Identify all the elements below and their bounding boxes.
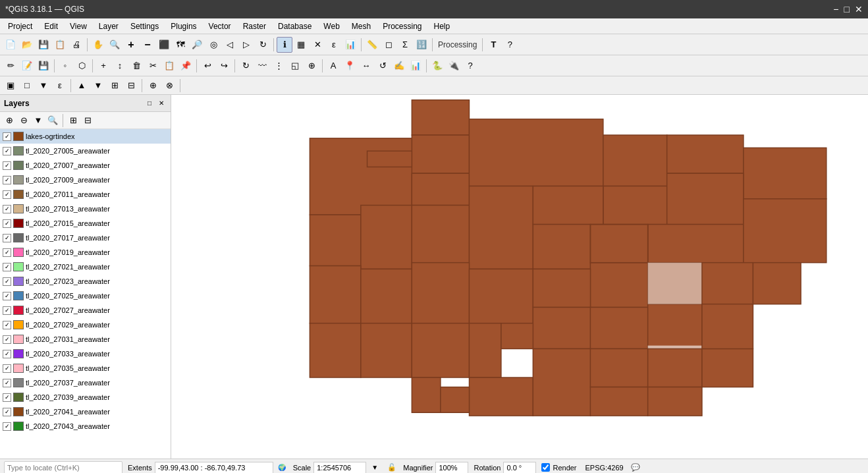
print-button[interactable]: 🖨 [68,37,84,53]
menu-item-database[interactable]: Database [273,20,317,32]
label-change-button[interactable]: ✍ [391,58,407,74]
zoom-layer-button[interactable]: 🔎 [189,37,205,53]
undo-button[interactable]: ↩ [200,58,215,74]
close-button[interactable]: ✕ [855,4,863,14]
layer-item[interactable]: ✓tl_2020_27043_areawater [0,419,171,433]
menu-item-processing[interactable]: Processing [377,20,427,32]
epsg-button[interactable]: EPSG:4269 [582,460,627,474]
layer-item[interactable]: ✓tl_2020_27011_areawater [0,187,171,202]
layer-checkbox[interactable]: ✓ [3,147,11,155]
measure-area-button[interactable]: ◻ [381,37,396,53]
snap-button[interactable]: ⊕ [145,78,161,94]
layers-collapse-button[interactable]: ⊟ [81,114,94,127]
map-view[interactable] [171,95,868,459]
statistical-summary-button[interactable]: Σ [397,37,413,53]
select-by-expression-button[interactable]: ε [326,37,342,53]
layers-filter-button[interactable]: ▼ [32,114,45,127]
layer-item[interactable]: ✓tl_2020_27039_areawater [0,390,171,404]
layers-restore-button[interactable]: □ [144,98,155,109]
select-all-button[interactable]: ▣ [3,78,18,94]
menu-item-help[interactable]: Help [429,20,456,32]
reshape-button[interactable]: ◱ [287,58,303,74]
refresh-button[interactable]: ↻ [255,37,271,53]
layer-item[interactable]: ✓tl_2020_27029_areawater [0,318,171,332]
open-attribute-table-button[interactable]: 📊 [342,37,358,53]
save-as-button[interactable]: 📋 [52,37,68,53]
new-project-button[interactable]: 📄 [3,37,18,53]
select-none-button[interactable]: □ [19,78,35,94]
select-expr-button[interactable]: ε [52,78,68,94]
pan-to-selection[interactable]: 🔍 [107,37,122,53]
move-feature-button[interactable]: ↕ [112,58,128,74]
copy-feature-button[interactable]: 📋 [161,58,177,74]
map-canvas[interactable] [171,95,868,459]
menu-item-raster[interactable]: Raster [238,20,271,32]
layer-checkbox[interactable]: ✓ [3,321,11,329]
menu-item-web[interactable]: Web [318,20,344,32]
menu-item-plugins[interactable]: Plugins [165,20,202,32]
measure-button[interactable]: 📏 [364,37,380,53]
menu-item-view[interactable]: View [65,20,92,32]
layer-item[interactable]: ✓tl_2020_27015_areawater [0,216,171,231]
move-down-button[interactable]: ▼ [90,78,106,94]
menu-item-edit[interactable]: Edit [39,20,63,32]
render-checkbox[interactable] [541,463,550,472]
menu-item-mesh[interactable]: Mesh [346,20,376,32]
scale-dropdown-button[interactable]: ▼ [369,462,381,474]
layer-item[interactable]: ✓lakes-ogrtindex [0,129,171,144]
layers-expand-button[interactable]: ⊞ [67,114,80,127]
layer-item[interactable]: ✓tl_2020_27031_areawater [0,332,171,347]
messages-button[interactable]: 💬 [630,462,641,474]
menu-item-settings[interactable]: Settings [125,20,164,32]
layer-item[interactable]: ✓tl_2020_27009_areawater [0,173,171,187]
layer-checkbox[interactable]: ✓ [3,161,11,170]
label-pin-button[interactable]: 📍 [342,58,358,74]
move-up-button[interactable]: ▲ [74,78,90,94]
layer-item[interactable]: ✓tl_2020_27021_areawater [0,260,171,274]
zoom-rubber-band-button[interactable]: ⬛ [156,37,172,53]
node-tool-button[interactable]: ◦ [57,58,73,74]
label-move-button[interactable]: ↔ [358,58,374,74]
zoom-full-button[interactable]: 🗺 [173,37,188,53]
minimize-button[interactable]: − [833,4,838,14]
edit-button[interactable]: 📝 [19,58,35,74]
zoom-out-button[interactable]: − [140,37,155,53]
magnifier-input[interactable] [435,462,468,474]
menu-item-layer[interactable]: Layer [94,20,124,32]
layer-checkbox[interactable]: ✓ [3,422,11,431]
layer-checkbox[interactable]: ✓ [3,292,11,300]
layer-item[interactable]: ✓tl_2020_27025_areawater [0,289,171,303]
layer-checkbox[interactable]: ✓ [3,306,11,315]
layer-item[interactable]: ✓tl_2020_27023_areawater [0,274,171,289]
layer-item[interactable]: ✓tl_2020_27019_areawater [0,245,171,260]
zoom-selection-button[interactable]: ◎ [205,37,221,53]
vertex-editor-button[interactable]: ⬡ [74,58,90,74]
layers-close-button[interactable]: ✕ [156,98,167,109]
menu-item-project[interactable]: Project [3,20,38,32]
lock-scale-button[interactable]: 🔓 [386,462,398,474]
labeling-button[interactable]: A [325,58,341,74]
layer-checkbox[interactable]: ✓ [3,263,11,271]
label-button[interactable]: T [485,37,501,53]
layer-item[interactable]: ✓tl_2020_27041_areawater [0,404,171,419]
redo-button[interactable]: ↪ [216,58,232,74]
layer-item[interactable]: ✓tl_2020_27037_areawater [0,376,171,390]
help-button[interactable]: ? [502,37,518,53]
plugins-button[interactable]: 🔌 [446,58,462,74]
label-diagram-button[interactable]: 📊 [408,58,423,74]
layer-item[interactable]: ✓tl_2020_27013_areawater [0,202,171,216]
rotation-input[interactable] [503,462,536,474]
merge-button[interactable]: ⊕ [304,58,319,74]
simplify-button[interactable]: 〰 [254,58,270,74]
layer-item[interactable]: ✓tl_2020_27027_areawater [0,303,171,318]
layer-checkbox[interactable]: ✓ [3,205,11,213]
extents-input[interactable] [155,462,273,474]
layer-checkbox[interactable]: ✓ [3,350,11,358]
delete-feature-button[interactable]: 🗑 [128,58,144,74]
zoom-last-button[interactable]: ◁ [222,37,238,53]
deselect-button[interactable]: ✕ [310,37,325,53]
layers-add-button[interactable]: ⊕ [3,114,16,127]
calculator-button[interactable]: 🔢 [414,37,429,53]
layer-checkbox[interactable]: ✓ [3,219,11,228]
layers-remove-button[interactable]: ⊖ [17,114,30,127]
